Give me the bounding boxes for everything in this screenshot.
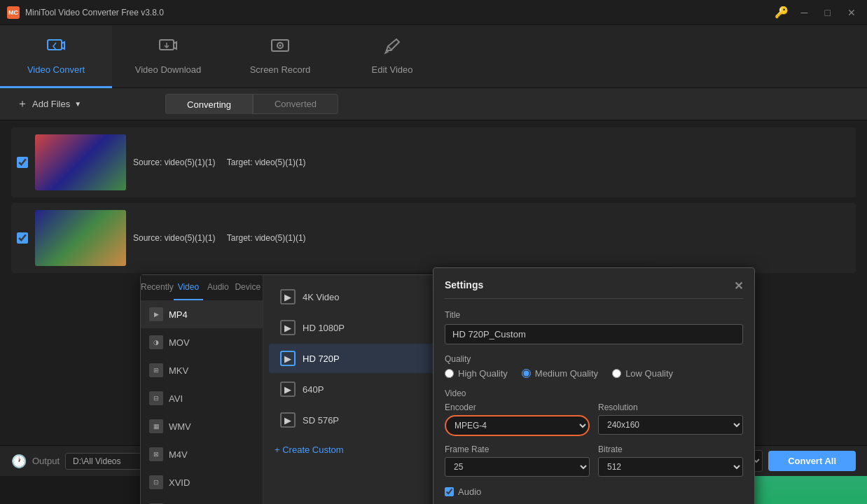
format-item-mov[interactable]: ◑ MOV [141,328,263,356]
clock-icon: 🕐 [11,454,27,469]
quality-radio-group: High Quality Medium Quality Low Quality [445,368,743,379]
quality-medium-option[interactable]: Medium Quality [522,368,598,379]
settings-quality-row: Quality High Quality Medium Quality Low … [445,354,743,379]
format-label-mov: MOV [169,337,190,348]
file-list: Source: video(5)(1)(1) Target: video(5)(… [0,120,867,280]
format-label-m4v: M4V [169,449,188,460]
m4v-icon: ⊠ [149,447,163,461]
audio-checkbox[interactable] [445,487,454,496]
wmv-icon: ▦ [149,419,163,433]
nav: Video Convert Video Download Screen Reco… [0,25,867,88]
avi-icon: ⊟ [149,391,163,405]
nav-tab-screen-record[interactable]: Screen Record [224,25,336,88]
output-label: Output [32,456,60,466]
audio-check-label[interactable]: Audio [445,486,743,497]
format-item-wmv[interactable]: ▦ WMV [141,412,263,440]
title-input[interactable] [445,324,743,344]
resolution-field: Resolution 240x160 320x240 640x480 1280x… [598,402,743,436]
add-files-dropdown-icon[interactable]: ▼ [74,100,81,108]
bitrate-select[interactable]: 128 256 512 1024 [598,457,743,477]
title-field-label: Title [445,310,743,320]
bitrate-label: Bitrate [598,444,743,454]
nav-tab-video-convert[interactable]: Video Convert [0,25,112,88]
nav-tab-edit-video[interactable]: Edit Video [336,25,448,88]
format-item-mp4[interactable]: ▶ MP4 [141,300,263,328]
minimize-button[interactable]: ─ [797,6,812,20]
converted-tab[interactable]: Converted [253,94,338,114]
format-tab-video[interactable]: Video [174,275,203,300]
video-download-icon [158,36,178,60]
file-thumbnail-1 [35,134,126,190]
encoder-select[interactable]: MPEG-4 H.264 H.265 VP9 [445,415,590,436]
source-value-2: video(5)(1)(1) [165,233,216,243]
xvid-icon: ⊡ [149,475,163,489]
settings-title-row: Title [445,310,743,344]
titlebar-left: MC MiniTool Video Converter Free v3.8.0 [7,6,164,19]
nav-tab-label-video-download: Video Download [135,64,201,75]
file-item-1: Source: video(5)(1)(1) Target: video(5)(… [11,127,856,197]
convert-all-button[interactable]: Convert All [768,451,856,471]
file-checkbox-2[interactable] [17,232,28,244]
converting-tab[interactable]: Converting [165,94,253,114]
format-tab-recently[interactable]: Recently [141,275,174,300]
mov-icon: ◑ [149,335,163,349]
quality-low-label: Low Quality [625,368,673,379]
file-info-1: Source: video(5)(1)(1) Target: video(5)(… [133,155,850,170]
edit-video-icon [382,36,402,60]
app-logo: MC [7,6,20,19]
maximize-button[interactable]: □ [821,6,835,20]
screen-record-icon [270,36,290,60]
format-sidebar: Recently Video Audio Device ▶ MP4 ◑ MOV … [141,275,263,504]
resolution-select[interactable]: 240x160 320x240 640x480 1280x720 [598,415,743,435]
format-item-mkv[interactable]: ⊞ MKV [141,356,263,384]
settings-panel: Settings ✕ Title Quality High Quality Me… [433,267,755,504]
format-label-avi: AVI [169,393,183,404]
key-icon[interactable]: 🔑 [775,6,789,20]
encoder-label: Encoder [445,402,590,412]
file-info-2: Source: video(5)(1)(1) Target: video(5)(… [133,230,850,246]
format-tab-device[interactable]: Device [233,275,263,300]
file-checkbox-1[interactable] [17,157,28,168]
close-button[interactable]: ✕ [843,6,860,20]
source-info-2: Source: video(5)(1)(1) Target: video(5)(… [133,233,850,243]
format-item-avi[interactable]: ⊟ AVI [141,384,263,412]
format-item-xvid[interactable]: ⊡ XVID [141,468,263,496]
framerate-select[interactable]: 15 24 25 30 60 [445,457,590,477]
format-label-xvid: XVID [169,477,190,488]
nav-tab-label-edit-video: Edit Video [371,64,412,75]
preset-hd1080-icon: ▶ [280,320,296,335]
format-tab-audio[interactable]: Audio [203,275,233,300]
quality-high-label: High Quality [458,368,508,379]
target-value-1: video(5)(1)(1) [255,158,306,167]
format-tabs: Recently Video Audio Device [141,275,263,300]
quality-field-label: Quality [445,354,743,364]
quality-medium-radio[interactable] [522,369,531,378]
source-info-1: Source: video(5)(1)(1) Target: video(5)(… [133,158,850,167]
titlebar: MC MiniTool Video Converter Free v3.8.0 … [0,0,867,25]
nav-tab-video-download[interactable]: Video Download [112,25,224,88]
quality-medium-label: Medium Quality [535,368,598,379]
nav-tab-label-screen-record: Screen Record [250,64,311,75]
format-label-wmv: WMV [169,421,191,432]
encoder-field: Encoder MPEG-4 H.264 H.265 VP9 [445,402,590,436]
target-label-1: Target: [227,158,253,167]
video-settings-grid: Encoder MPEG-4 H.264 H.265 VP9 Resolutio… [445,402,743,477]
settings-close-button[interactable]: ✕ [734,279,743,293]
titlebar-controls: 🔑 ─ □ ✕ [775,6,860,20]
quality-high-radio[interactable] [445,369,454,378]
quality-low-option[interactable]: Low Quality [612,368,673,379]
mkv-icon: ⊞ [149,363,163,377]
format-label-mp4: MP4 [169,309,188,320]
settings-video-row: Video Encoder MPEG-4 H.264 H.265 VP9 Res… [445,388,743,477]
add-files-button[interactable]: ＋ Add Files ▼ [11,94,87,114]
preset-640p-icon: ▶ [280,382,296,397]
video-convert-icon [46,36,66,60]
content-area: Source: video(5)(1)(1) Target: video(5)(… [0,120,867,476]
format-item-asf[interactable]: ⊘ ASF [141,496,263,504]
target-label-2: Target: [227,233,253,243]
quality-low-radio[interactable] [612,369,621,378]
nav-tab-label-video-convert: Video Convert [27,64,85,75]
framerate-label: Frame Rate [445,444,590,454]
quality-high-option[interactable]: High Quality [445,368,508,379]
format-item-m4v[interactable]: ⊠ M4V [141,440,263,468]
